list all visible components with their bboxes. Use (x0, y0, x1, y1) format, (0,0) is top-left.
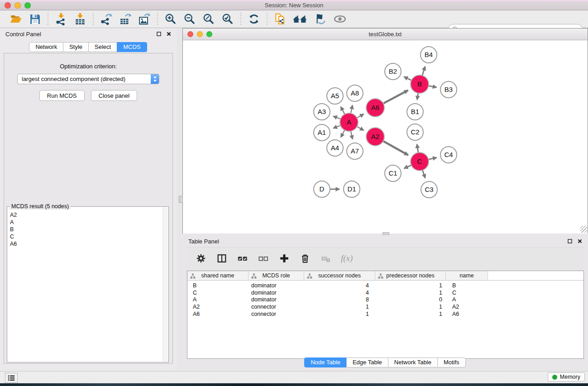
graph-node-A8[interactable]: A8 (347, 85, 363, 101)
select-all-checkboxes-icon[interactable] (236, 252, 249, 265)
result-list-item[interactable]: C (9, 233, 162, 240)
horizontal-splitter-handle[interactable] (382, 232, 389, 235)
graph-edge-A2-C[interactable] (383, 141, 408, 155)
graph-edge-A-A1[interactable] (333, 125, 340, 128)
graph-edge-B-B3[interactable] (429, 86, 437, 87)
graph-node-B[interactable]: B (411, 75, 429, 93)
graph-edge-A-A2[interactable] (357, 127, 364, 130)
graph-edge-A-A4[interactable] (341, 130, 345, 138)
tab-style[interactable]: Style (63, 42, 89, 52)
table-row[interactable]: Cdominator41C (187, 289, 583, 296)
graph-node-D[interactable]: D (314, 181, 330, 197)
graph-node-C1[interactable]: C1 (385, 165, 401, 181)
export-image-icon[interactable] (138, 12, 151, 26)
column-header-predecessor-nodes[interactable]: predecessor nodes (375, 271, 446, 281)
network-minimize-button[interactable] (197, 31, 203, 37)
zoom-in-icon[interactable] (164, 12, 177, 26)
graph-node-A1[interactable]: A1 (314, 124, 330, 141)
graph-node-B1[interactable]: B1 (407, 104, 423, 120)
column-header-successor-nodes[interactable]: successor nodes (304, 271, 375, 281)
resize-grip-icon[interactable] (580, 226, 587, 233)
graph-node-A5[interactable]: A5 (327, 88, 343, 104)
tab-node-table[interactable]: Node Table (304, 357, 347, 367)
network-maximize-button[interactable] (206, 31, 212, 37)
column-layout-icon[interactable] (215, 252, 229, 265)
tab-mcds[interactable]: MCDS (117, 42, 147, 52)
table-row[interactable]: Bdominator41B (187, 282, 583, 289)
zoom-selected-icon[interactable] (221, 12, 234, 26)
graph-node-A2[interactable]: A2 (366, 128, 384, 146)
graph-edge-C-C4[interactable] (428, 157, 436, 159)
import-table-icon[interactable] (73, 12, 87, 26)
tab-select[interactable]: Select (88, 42, 117, 52)
task-history-button[interactable] (5, 373, 18, 383)
save-session-icon[interactable] (28, 12, 42, 26)
graph-edge-A-A3[interactable] (333, 116, 340, 119)
table-row[interactable]: Adominator80A (187, 296, 583, 304)
graph-edge-B-B2[interactable] (404, 77, 411, 81)
mcds-result-list[interactable]: A2ABCA6 (9, 211, 162, 362)
graph-node-D1[interactable]: D1 (344, 181, 360, 197)
graph-edge-A-A6[interactable] (357, 114, 364, 118)
network-close-button[interactable] (187, 31, 193, 37)
close-window-button[interactable] (5, 2, 11, 9)
column-header-name[interactable]: name (446, 271, 488, 281)
graph-edge-A-A8[interactable] (351, 105, 353, 113)
graph-edge-C-C2[interactable] (417, 144, 418, 153)
tab-network[interactable]: Network (29, 42, 63, 52)
refresh-layout-icon[interactable] (247, 12, 261, 26)
run-mcds-button[interactable]: Run MCDS (39, 90, 85, 101)
column-header-shared-name[interactable]: shared name (187, 271, 249, 281)
minimize-window-button[interactable] (14, 2, 21, 9)
graph-edge-C-C3[interactable] (422, 170, 425, 178)
graph-node-A3[interactable]: A3 (314, 104, 330, 120)
graph-edge-A-A7[interactable] (351, 131, 353, 139)
graph-node-C[interactable]: C (411, 152, 429, 171)
network-canvas[interactable]: B4B2BB3A8A5A6A3B1AA1C2A2A4A7C4CC1DD1C3 (183, 40, 588, 234)
close-panel-button[interactable]: Close panel (91, 90, 138, 101)
result-scrollbar[interactable] (163, 207, 168, 362)
criterion-dropdown[interactable]: largest connected component (directed) (17, 74, 159, 84)
graph-edge-C-C1[interactable] (404, 165, 411, 168)
float-panel-icon[interactable] (157, 32, 161, 36)
result-list-item[interactable]: A2 (9, 211, 162, 219)
home-views-icon[interactable] (292, 12, 309, 26)
deselect-all-checkboxes-icon[interactable] (257, 252, 270, 265)
export-table-icon[interactable] (119, 12, 132, 26)
result-list-item[interactable]: A6 (9, 240, 162, 248)
graph-node-A[interactable]: A (340, 113, 358, 131)
graph-node-B3[interactable]: B3 (440, 81, 457, 98)
memory-button[interactable]: Memory (548, 372, 585, 381)
graph-node-A6[interactable]: A6 (366, 99, 384, 117)
zoom-fit-icon[interactable] (202, 12, 215, 26)
tab-edge-table[interactable]: Edge Table (346, 357, 388, 367)
maximize-window-button[interactable] (24, 2, 31, 9)
export-network-icon[interactable] (100, 12, 113, 26)
hide-details-eye-icon[interactable] (333, 12, 347, 26)
graph-edge-B-B1[interactable] (417, 93, 418, 100)
result-list-item[interactable]: B (9, 226, 162, 233)
column-header-MCDS-role[interactable]: MCDS role (249, 271, 304, 281)
graph-node-A4[interactable]: A4 (327, 140, 343, 156)
open-session-icon[interactable] (9, 12, 23, 26)
table-row[interactable]: A6connector11A6 (187, 310, 583, 318)
delete-column-trash-icon[interactable] (298, 252, 312, 265)
result-list-item[interactable]: A (9, 219, 162, 226)
graph-edge-A6-B[interactable] (383, 91, 408, 104)
graph-node-B4[interactable]: B4 (421, 47, 437, 63)
show-details-flag-icon[interactable] (314, 12, 328, 26)
graph-node-C2[interactable]: C2 (407, 124, 423, 140)
tab-motifs[interactable]: Motifs (437, 357, 466, 367)
close-panel-icon[interactable] (167, 32, 171, 36)
table-settings-gear-icon[interactable] (194, 252, 208, 265)
graph-node-B2[interactable]: B2 (385, 63, 401, 80)
zoom-out-icon[interactable] (183, 12, 196, 26)
graph-edge-B-B4[interactable] (422, 67, 425, 76)
add-column-icon[interactable] (277, 252, 291, 265)
import-network-icon[interactable] (54, 12, 68, 26)
graph-node-C3[interactable]: C3 (421, 181, 437, 198)
graph-node-A7[interactable]: A7 (347, 143, 363, 159)
close-table-panel-icon[interactable] (578, 239, 582, 243)
float-table-panel-icon[interactable] (568, 239, 572, 243)
duplicate-network-icon[interactable] (273, 12, 287, 26)
